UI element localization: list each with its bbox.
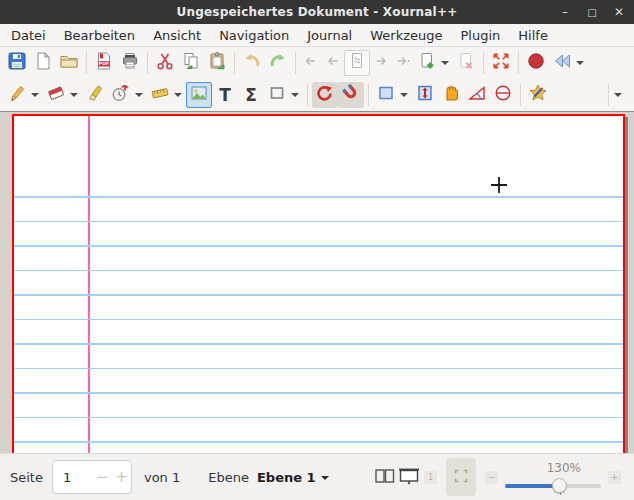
goto-previous-page-button[interactable] [322, 50, 344, 76]
selection-rectangle-icon [376, 83, 396, 107]
fullscreen-button[interactable] [488, 50, 514, 76]
math-tex-tool-button[interactable]: Σ [238, 82, 264, 108]
goto-page-button[interactable] [344, 50, 370, 76]
fullscreen-arrows-icon [491, 51, 511, 75]
selection-dropdown-arrow-icon[interactable] [400, 93, 408, 97]
default-tool-button[interactable] [525, 82, 551, 108]
delete-page-button[interactable] [453, 50, 479, 76]
pen-tool-button[interactable] [4, 82, 30, 108]
page-spinner[interactable]: 1 − + [52, 460, 132, 494]
rectangle-selection-button[interactable] [373, 82, 399, 108]
ruled-line [14, 319, 623, 321]
shape-tool-button[interactable] [264, 82, 290, 108]
undo-button[interactable] [239, 50, 265, 76]
ruler-dropdown-arrow-icon[interactable] [174, 93, 182, 97]
page[interactable] [12, 114, 625, 453]
ruled-line [14, 392, 623, 394]
paste-icon [207, 51, 227, 75]
vertical-space-icon [415, 83, 435, 107]
print-button[interactable] [117, 50, 143, 76]
vertical-space-button[interactable] [412, 82, 438, 108]
ruler-tool-button[interactable] [147, 82, 173, 108]
image-tool-button[interactable] [186, 82, 212, 108]
goto-first-page-button[interactable] [300, 50, 322, 76]
copy-button[interactable] [178, 50, 204, 76]
new-document-button[interactable] [30, 50, 56, 76]
highlighter-icon [85, 83, 105, 107]
zoom-slider[interactable] [505, 478, 601, 493]
window-controls: – □ ✕ [556, 0, 628, 24]
xournalpp-window: Ungespeichertes Dokument - Xournal++ – □… [0, 0, 634, 500]
setsquare-tool-button[interactable] [464, 82, 490, 108]
svg-text:PDF: PDF [99, 61, 109, 66]
zoom-100-button[interactable]: 1 [424, 471, 437, 484]
goto-last-page-button[interactable] [392, 50, 414, 76]
layer-dropdown-arrow-icon [321, 476, 329, 480]
shape-dropdown-arrow-icon[interactable] [291, 93, 299, 97]
title-bar[interactable]: Ungespeichertes Dokument - Xournal++ – □… [0, 0, 634, 24]
menu-plugin[interactable]: Plugin [452, 24, 510, 46]
toolbar-tools: T Σ [0, 79, 634, 111]
toolbar-separator [608, 84, 609, 106]
presentation-mode-button[interactable] [397, 465, 421, 489]
redo-button[interactable] [265, 50, 291, 76]
hand-tool-button[interactable] [438, 82, 464, 108]
eraser-dropdown-arrow-icon[interactable] [70, 93, 78, 97]
menu-datei[interactable]: Datei [2, 24, 55, 46]
toolbar-primary: PDF [0, 47, 634, 79]
record-audio-button[interactable] [523, 50, 549, 76]
menu-hilfe[interactable]: Hilfe [509, 24, 557, 46]
menu-navigation[interactable]: Navigation [210, 24, 298, 46]
save-button[interactable] [4, 50, 30, 76]
playback-rewind-button[interactable] [549, 50, 575, 76]
presentation-screen-icon [397, 466, 421, 489]
save-icon [7, 51, 27, 75]
playback-dropdown-arrow-icon[interactable] [576, 61, 584, 65]
redo-arrow-icon [268, 51, 288, 75]
ruled-line [14, 221, 623, 223]
delete-page-icon [456, 51, 476, 75]
maximize-button[interactable]: □ [583, 3, 601, 21]
audio-pen-dropdown-arrow-icon[interactable] [135, 93, 143, 97]
pen-dropdown-arrow-icon[interactable] [31, 93, 39, 97]
paired-pages-button[interactable] [373, 465, 397, 489]
goto-next-page-button[interactable] [370, 50, 392, 76]
toolbar-overflow-dropdown-icon[interactable] [614, 93, 622, 97]
open-folder-button[interactable] [56, 50, 82, 76]
ruled-line [14, 368, 623, 370]
first-page-arrow-icon [302, 52, 320, 74]
compass-tool-button[interactable] [490, 82, 516, 108]
grid-snap-toggle[interactable] [338, 82, 364, 108]
export-pdf-button[interactable]: PDF [91, 50, 117, 76]
eraser-tool-button[interactable] [43, 82, 69, 108]
page-number-value[interactable]: 1 [53, 470, 93, 485]
menu-journal[interactable]: Journal [298, 24, 361, 46]
zoom-fit-button[interactable] [446, 458, 476, 496]
menu-bearbeiten[interactable]: Bearbeiten [55, 24, 144, 46]
text-tool-button[interactable]: T [212, 82, 238, 108]
copy-icon [181, 51, 201, 75]
rotation-snap-toggle[interactable] [312, 82, 338, 108]
page-increment-button[interactable]: + [112, 468, 131, 486]
minimize-button[interactable]: – [556, 3, 574, 21]
zoom-out-button[interactable]: − [485, 471, 498, 484]
audio-recording-pen-button[interactable] [108, 82, 134, 108]
add-page-dropdown-arrow-icon[interactable] [441, 61, 449, 65]
zoom-slider-handle[interactable] [552, 478, 567, 493]
add-page-button[interactable] [414, 50, 440, 76]
toolbar-separator [86, 52, 87, 74]
setsquare-icon [467, 83, 487, 107]
paste-button[interactable] [204, 50, 230, 76]
zoom-in-button[interactable]: + [608, 471, 621, 484]
menu-ansicht[interactable]: Ansicht [144, 24, 210, 46]
highlighter-tool-button[interactable] [82, 82, 108, 108]
document-canvas[interactable] [0, 111, 634, 453]
cut-button[interactable] [152, 50, 178, 76]
eraser-icon [46, 83, 66, 107]
shape-square-icon [267, 83, 287, 107]
page-decrement-button[interactable]: − [93, 468, 112, 486]
close-button[interactable]: ✕ [610, 3, 628, 21]
layer-dropdown[interactable]: Ebene 1 [257, 470, 329, 485]
clock-scribble-icon [111, 83, 131, 107]
menu-werkzeuge[interactable]: Werkzeuge [361, 24, 451, 46]
